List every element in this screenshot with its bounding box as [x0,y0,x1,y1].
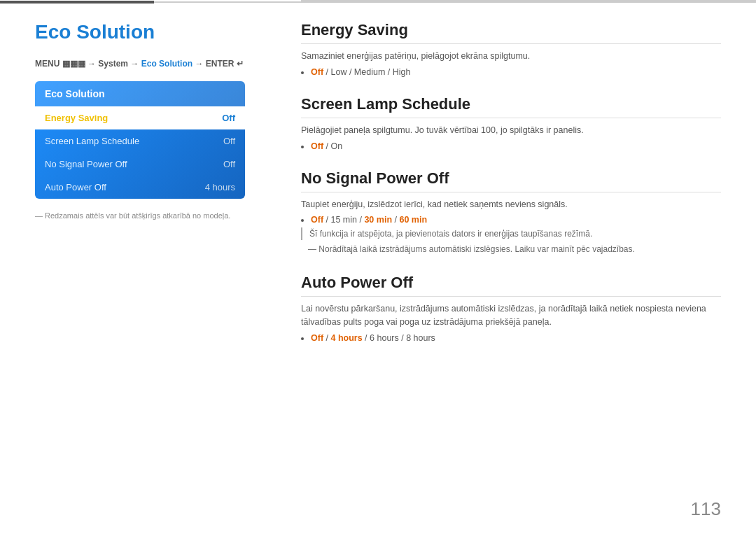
opt-off-signal: Off [311,215,323,225]
section-energy-saving: Energy Saving Samaziniet enerģijas patēr… [301,21,721,77]
menu-item-screen-lamp-value: Off [223,136,235,146]
note-no-signal-1: Šī funkcija ir atspējota, ja pievienotai… [301,227,721,240]
section-auto-power-options: Off / 4 hours / 6 hours / 8 hours [311,333,721,343]
menu-box: Eco Solution Energy Saving Off Screen La… [35,81,245,199]
section-auto-power: Auto Power Off Lai novērstu pārkaršanu, … [301,274,721,343]
note-no-signal-2: ― Norādītajā laikā izstrādājums automāti… [301,243,721,255]
menu-item-auto-power-label: Auto Power Off [45,182,106,192]
breadcrumb-system: System → [98,59,139,69]
menu-item-screen-lamp-label: Screen Lamp Schedule [45,136,139,146]
right-column: Energy Saving Samaziniet enerģijas patēr… [301,21,721,361]
option-auto-power: Off / 4 hours / 6 hours / 8 hours [311,333,721,343]
menu-item-no-signal[interactable]: No Signal Power Off Off [35,153,245,176]
menu-item-no-signal-label: No Signal Power Off [45,159,127,169]
section-screen-lamp-desc: Pielāgojiet paneļa spilgtumu. Jo tuvāk v… [301,124,721,137]
menu-item-auto-power-value: 4 hours [205,182,235,192]
breadcrumb-menu: MENU ▦▦▦ → [35,59,96,69]
section-energy-saving-title: Energy Saving [301,21,721,44]
menu-item-no-signal-value: Off [223,159,235,169]
section-energy-saving-desc: Samaziniet enerģijas patēriņu, pielāgojo… [301,50,721,63]
section-no-signal-title: No Signal Power Off [301,169,721,192]
section-auto-power-title: Auto Power Off [301,274,721,297]
section-auto-power-desc: Lai novērstu pārkaršanu, izstrādājums au… [301,302,721,329]
breadcrumb-eco: Eco Solution [141,59,192,69]
section-screen-lamp-title: Screen Lamp Schedule [301,95,721,118]
page-number: 113 [691,498,721,520]
menu-item-screen-lamp[interactable]: Screen Lamp Schedule Off [35,129,245,153]
section-screen-lamp-options: Off / On [311,141,721,151]
section-no-signal: No Signal Power Off Taupiet enerģiju, iz… [301,169,721,256]
option-screen-lamp: Off / On [311,141,721,151]
section-energy-saving-options: Off / Low / Medium / High [311,67,721,77]
page-title: Eco Solution [35,21,252,43]
menu-item-energy-saving[interactable]: Energy Saving Off [35,106,245,129]
section-no-signal-desc: Taupiet enerģiju, izslēdzot ierīci, kad … [301,198,721,211]
opt-off-auto: Off [311,333,323,343]
top-line-light [154,1,756,3]
menu-item-auto-power[interactable]: Auto Power Off 4 hours [35,176,245,199]
opt-off: Off [311,67,323,77]
section-no-signal-options: Off / 15 min / 30 min / 60 min [311,215,721,225]
right-divider [301,0,756,1]
opt-off-lamp: Off [311,141,323,151]
breadcrumb-enter: → ENTER ↵ [195,59,243,69]
option-no-signal: Off / 15 min / 30 min / 60 min [311,215,721,225]
opt-4hours: 4 hours [330,333,362,343]
section-screen-lamp: Screen Lamp Schedule Pielāgojiet paneļa … [301,95,721,151]
breadcrumb: MENU ▦▦▦ → System → Eco Solution → ENTER… [35,59,252,69]
option-energy-saving: Off / Low / Medium / High [311,67,721,77]
menu-item-energy-saving-value: Off [222,113,235,123]
menu-item-energy-saving-label: Energy Saving [45,113,108,123]
opt-60min: 60 min [399,215,427,225]
top-line-dark [0,1,154,3]
menu-box-title: Eco Solution [35,81,245,106]
left-column: Eco Solution MENU ▦▦▦ → System → Eco Sol… [35,21,252,220]
footnote: ― Redzamais attēls var būt atšķirīgs atk… [35,211,252,220]
opt-30min: 30 min [364,215,392,225]
